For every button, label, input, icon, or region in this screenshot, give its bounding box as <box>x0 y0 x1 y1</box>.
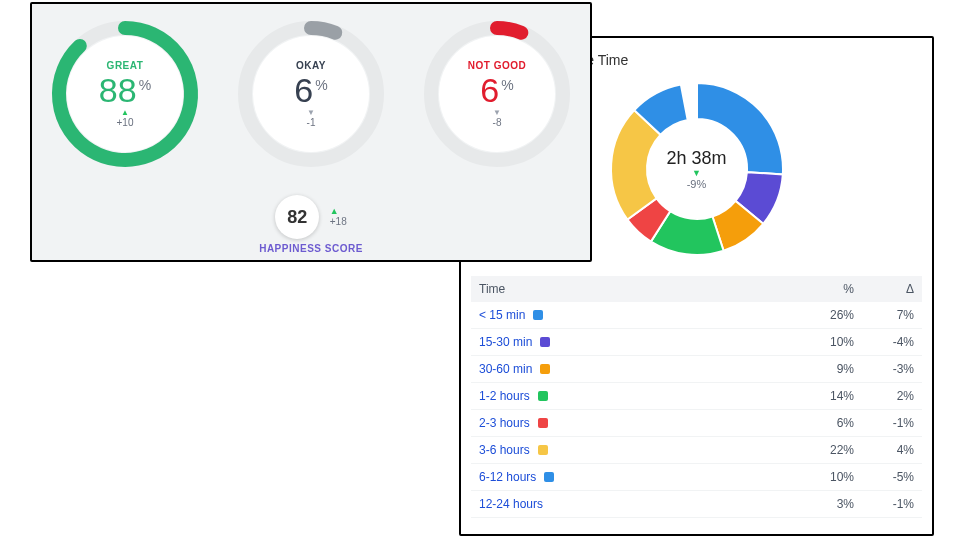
row-delta: -4% <box>854 335 914 349</box>
row-delta: -3% <box>854 362 914 376</box>
gauge-okay: OKAY 6% ▼-1 <box>227 18 395 170</box>
legend-swatch-icon <box>538 445 548 455</box>
row-delta: -5% <box>854 470 914 484</box>
gauge-value: 6% <box>294 73 327 107</box>
row-label: 1-2 hours <box>479 389 530 403</box>
gauge-value: 88% <box>99 73 151 107</box>
row-delta: -1% <box>854 416 914 430</box>
gauge-label: NOT GOOD <box>468 60 526 71</box>
happiness-score-value: 82 <box>275 195 319 239</box>
table-row[interactable]: 3-6 hours 22% 4% <box>471 437 922 464</box>
gauge-great: GREAT 88% ▲+10 <box>41 18 209 170</box>
gauge-delta: ▲+10 <box>117 109 134 128</box>
legend-swatch-icon <box>540 364 550 374</box>
happiness-score-label: HAPPINESS SCORE <box>32 243 590 254</box>
table-row[interactable]: < 15 min 26% 7% <box>471 302 922 329</box>
caret-down-icon: ▼ <box>307 109 316 117</box>
table-row[interactable]: 15-30 min 10% -4% <box>471 329 922 356</box>
row-delta: 7% <box>854 308 914 322</box>
row-delta: 2% <box>854 389 914 403</box>
table-row[interactable]: 1-2 hours 14% 2% <box>471 383 922 410</box>
row-percent: 14% <box>794 389 854 403</box>
caret-up-icon: ▲ <box>330 207 347 216</box>
row-label: 6-12 hours <box>479 470 536 484</box>
table-header-row: Time % Δ <box>471 276 922 302</box>
row-label: 3-6 hours <box>479 443 530 457</box>
gauge-notgood: NOT GOOD 6% ▼-8 <box>413 18 581 170</box>
gauge-label: OKAY <box>296 60 326 71</box>
row-label: 2-3 hours <box>479 416 530 430</box>
caret-down-icon: ▼ <box>666 169 726 178</box>
happiness-panel: GREAT 88% ▲+10 OKAY 6% ▼-1 NOT GOOD <box>30 2 592 262</box>
row-percent: 6% <box>794 416 854 430</box>
row-percent: 3% <box>794 497 854 511</box>
response-time-value: 2h 38m <box>666 148 726 169</box>
caret-up-icon: ▲ <box>117 109 134 117</box>
response-time-delta: ▼ -9% <box>666 169 726 190</box>
row-delta: 4% <box>854 443 914 457</box>
legend-swatch-icon <box>540 337 550 347</box>
table-row[interactable]: 6-12 hours 10% -5% <box>471 464 922 491</box>
caret-down-icon: ▼ <box>493 109 502 117</box>
gauge-delta: ▼-8 <box>493 109 502 128</box>
legend-swatch-icon <box>538 418 548 428</box>
response-time-table: Time % Δ < 15 min 26% 7% 15-30 min 10% -… <box>471 276 922 518</box>
gauge-delta: ▼-1 <box>307 109 316 128</box>
gauge-value: 6% <box>480 73 513 107</box>
legend-swatch-icon <box>533 310 543 320</box>
row-percent: 22% <box>794 443 854 457</box>
legend-swatch-icon <box>538 391 548 401</box>
gauge-label: GREAT <box>107 60 144 71</box>
table-row[interactable]: 2-3 hours 6% -1% <box>471 410 922 437</box>
col-time: Time <box>479 282 794 296</box>
legend-swatch-icon <box>544 472 554 482</box>
row-label: 30-60 min <box>479 362 532 376</box>
table-row[interactable]: 30-60 min 9% -3% <box>471 356 922 383</box>
table-row[interactable]: 12-24 hours 3% -1% <box>471 491 922 518</box>
row-delta: -1% <box>854 497 914 511</box>
row-percent: 10% <box>794 335 854 349</box>
response-time-donut: 2h 38m ▼ -9% <box>602 74 792 264</box>
row-label: 15-30 min <box>479 335 532 349</box>
row-label: 12-24 hours <box>479 497 543 511</box>
happiness-score-delta: ▲ +18 <box>330 207 347 227</box>
row-percent: 9% <box>794 362 854 376</box>
row-label: < 15 min <box>479 308 525 322</box>
row-percent: 26% <box>794 308 854 322</box>
col-delta: Δ <box>854 282 914 296</box>
col-percent: % <box>794 282 854 296</box>
row-percent: 10% <box>794 470 854 484</box>
